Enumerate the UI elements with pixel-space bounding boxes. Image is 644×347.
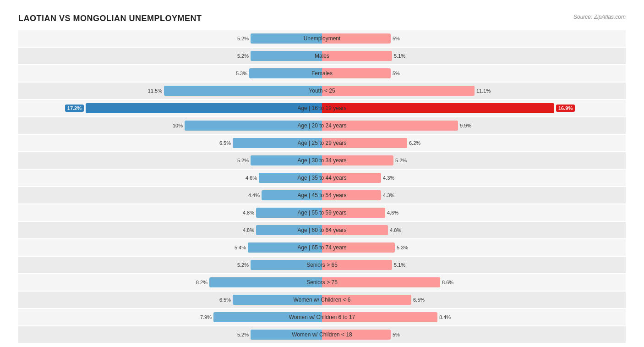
bar-right-17 — [322, 330, 391, 340]
bar-right-9 — [322, 190, 381, 200]
bar-right-13 — [322, 260, 392, 270]
chart-row: 5.2% Age | 30 to 34 years 5.2% — [18, 152, 626, 169]
right-section: 4.3% — [322, 170, 626, 186]
chart-row: 5.2% Males 5.1% — [18, 48, 626, 64]
bar-left-9 — [262, 190, 322, 200]
bar-right-15 — [322, 295, 411, 305]
chart-row: 10% Age | 20 to 24 years 9.9% — [18, 117, 626, 134]
right-section: 5.1% — [322, 257, 626, 273]
chart-row: 5.3% Females 5% — [18, 65, 626, 82]
chart-title: LAOTIAN VS MONGOLIAN UNEMPLOYMENT — [18, 14, 202, 23]
right-section: 9.9% — [322, 117, 626, 134]
val-left-14: 8.2% — [196, 280, 207, 285]
left-section: 5.2% — [18, 30, 322, 47]
left-section: 5.2% — [18, 48, 322, 64]
chart-row: 5.2% Seniors > 65 5.1% — [18, 257, 626, 273]
right-section: 5.2% — [322, 152, 626, 169]
bar-right-1 — [322, 51, 392, 61]
val-left-4: 17.2% — [65, 105, 84, 112]
bar-left-7 — [251, 155, 322, 165]
chart-row: 4.4% Age | 45 to 54 years 4.3% — [18, 187, 626, 204]
right-section: 5.3% — [322, 239, 626, 256]
right-section: 5% — [322, 326, 626, 343]
left-section: 5.2% — [18, 326, 322, 343]
left-section: 5.3% — [18, 65, 322, 82]
bar-left-15 — [233, 295, 322, 305]
right-section: 16.9% — [322, 100, 626, 116]
val-right-2: 5% — [393, 71, 400, 76]
right-section: 8.4% — [322, 309, 626, 325]
bar-right-3 — [322, 86, 475, 96]
val-right-13: 5.1% — [394, 262, 405, 268]
val-left-8: 4.6% — [246, 175, 257, 181]
left-section: 4.4% — [18, 187, 322, 204]
val-left-2: 5.3% — [236, 71, 247, 76]
chart-row: 17.2% Age | 16 to 19 years 16.9% — [18, 100, 626, 116]
val-right-5: 9.9% — [460, 123, 471, 128]
val-right-15: 6.5% — [413, 297, 425, 303]
val-left-0: 5.2% — [237, 36, 249, 41]
bar-left-13 — [251, 260, 322, 270]
right-section: 4.3% — [322, 187, 626, 204]
bar-right-12 — [322, 242, 395, 253]
bar-left-12 — [248, 242, 322, 253]
left-section: 5.2% — [18, 257, 322, 273]
val-right-16: 8.4% — [439, 314, 451, 320]
chart-row: 5.2% Women w/ Children < 18 5% — [18, 326, 626, 343]
chart-source: Source: ZipAtlas.com — [573, 14, 626, 20]
bar-right-8 — [322, 173, 381, 183]
bar-left-17 — [251, 330, 322, 340]
val-left-11: 4.8% — [243, 227, 254, 233]
val-left-1: 5.2% — [237, 53, 249, 59]
right-section: 6.2% — [322, 135, 626, 151]
right-section: 5% — [322, 30, 626, 47]
chart-row: 8.2% Seniors > 75 8.6% — [18, 274, 626, 291]
bar-left-1 — [251, 51, 322, 61]
val-right-6: 6.2% — [409, 140, 420, 146]
val-left-10: 4.8% — [243, 210, 254, 215]
bar-left-8 — [259, 173, 322, 183]
val-left-9: 4.4% — [248, 193, 260, 198]
left-section: 6.5% — [18, 292, 322, 308]
val-right-4: 16.9% — [556, 105, 575, 112]
bar-right-2 — [322, 68, 391, 78]
bar-left-10 — [256, 208, 322, 218]
bar-right-6 — [322, 138, 407, 148]
left-section: 6.5% — [18, 135, 322, 151]
bar-right-0 — [322, 33, 391, 44]
bar-right-5 — [322, 121, 458, 131]
bar-left-0 — [251, 33, 322, 44]
chart-row: 6.5% Age | 25 to 29 years 6.2% — [18, 135, 626, 151]
val-right-17: 5% — [393, 332, 400, 337]
bar-right-10 — [322, 208, 385, 218]
left-section: 5.4% — [18, 239, 322, 256]
bar-right-7 — [322, 155, 393, 165]
val-left-12: 5.4% — [235, 245, 246, 250]
bar-left-14 — [209, 277, 322, 287]
bar-left-5 — [185, 121, 322, 131]
val-left-13: 5.2% — [237, 262, 249, 268]
chart-row: 4.8% Age | 60 to 64 years 4.8% — [18, 222, 626, 238]
bar-right-14 — [322, 277, 440, 287]
bar-left-11 — [256, 225, 322, 235]
bar-right-4 — [322, 103, 554, 113]
chart-row: 4.8% Age | 55 to 59 years 4.6% — [18, 204, 626, 221]
val-left-7: 5.2% — [237, 158, 249, 163]
right-section: 6.5% — [322, 292, 626, 308]
left-section: 8.2% — [18, 274, 322, 291]
left-section: 4.8% — [18, 204, 322, 221]
bar-left-2 — [249, 68, 322, 78]
chart-row: 5.2% Unemployment 5% — [18, 30, 626, 47]
chart-header: LAOTIAN VS MONGOLIAN UNEMPLOYMENT Source… — [18, 14, 626, 23]
right-section: 5.1% — [322, 48, 626, 64]
bar-left-4 — [86, 103, 322, 113]
val-left-6: 6.5% — [219, 140, 231, 146]
val-right-10: 4.6% — [387, 210, 398, 215]
val-right-12: 5.3% — [397, 245, 408, 250]
chart-row: 6.5% Women w/ Children < 6 6.5% — [18, 292, 626, 308]
val-right-9: 4.3% — [383, 193, 394, 198]
val-right-8: 4.3% — [383, 175, 394, 181]
left-section: 11.5% — [18, 83, 322, 99]
chart-row: 11.5% Youth < 25 11.1% — [18, 83, 626, 99]
val-right-7: 5.2% — [395, 158, 407, 163]
